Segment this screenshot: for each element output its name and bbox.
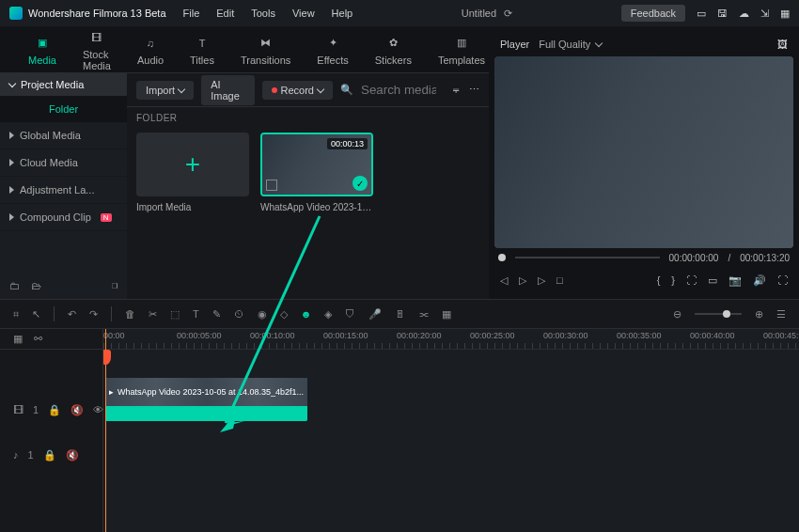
timeline-ruler[interactable]: 00:0000:00:05:0000:00:10:0000:00:15:0000… [103,329,799,350]
menu-tools[interactable]: Tools [251,8,275,19]
new-folder-icon[interactable]: 🗀 [9,280,20,291]
import-media-tile[interactable]: + Import Media [136,133,249,212]
undo-icon[interactable]: ↶ [68,308,76,321]
audio-track-header[interactable]: ♪ 1 🔒 🔇 [0,432,102,477]
menu-file[interactable]: File [183,8,200,19]
mute-icon[interactable]: 🔇 [70,404,84,416]
tab-transitions[interactable]: ⧓ Transitions [241,34,290,66]
lock-icon[interactable]: 🔒 [48,404,61,416]
text-icon[interactable]: T [193,308,199,320]
layout-icon[interactable]: ▭ [697,8,706,20]
video-track-header[interactable]: 🎞 1 🔒 🔇 👁 [0,387,102,432]
fullscreen-icon[interactable]: ⛶ [777,274,788,286]
sidebar-project-media[interactable]: Project Media [0,73,127,96]
visibility-icon[interactable]: 👁 [93,404,103,415]
playhead-dot[interactable] [498,254,506,261]
sidebar-adjust-label: Adjustment La... [20,184,95,196]
new-bin-icon[interactable]: 🗁 [31,280,41,291]
menu-help[interactable]: Help [332,8,353,19]
color-icon[interactable]: ◉ [258,308,267,321]
tab-stock-media[interactable]: 🎞 Stock Media [83,28,111,71]
pointer-icon[interactable]: ↖ [32,308,40,321]
more-icon[interactable]: ⋯ [469,84,479,96]
display-icon[interactable]: ▭ [708,274,717,287]
time-total: 00:00:13:20 [740,253,790,263]
cloud-icon[interactable]: ☁ [739,8,749,20]
stop-button[interactable]: □ [556,274,563,286]
chevron-down-icon [178,85,185,92]
chevron-down-icon [8,80,16,87]
ai-icon[interactable]: ☻ [301,308,312,320]
tab-media[interactable]: ▣ Media [28,34,56,66]
zoom-in-button[interactable]: ⊕ [755,308,763,321]
zoom-slider[interactable] [695,313,742,315]
crop-tool-icon[interactable]: ⬚ [170,308,180,321]
prev-frame-button[interactable]: ◁ [500,274,508,287]
audio-mute-icon[interactable]: 🔇 [66,449,79,462]
mark-icon[interactable]: ◈ [324,308,332,321]
scrub-bar[interactable] [515,257,660,258]
media-clip[interactable]: 00:00:13 ✓ WhatsApp Video 2023-10-05... [260,133,373,212]
speed-icon[interactable]: ⏲ [234,308,244,320]
delete-icon[interactable]: 🗑 [125,308,135,320]
cut-icon[interactable]: ✂ [149,308,157,321]
grid-icon[interactable]: ▦ [780,8,790,20]
shield-icon[interactable]: ⛉ [345,308,355,320]
link-icon[interactable]: ⚯ [34,333,42,345]
tab-stickers[interactable]: ✿ Stickers [375,34,412,66]
sidebar-compound-clip[interactable]: Compound Clip N [0,204,127,231]
mixer-icon[interactable]: 🎚 [395,308,405,320]
volume-icon[interactable]: 🔊 [753,274,766,287]
sync-icon[interactable]: ⟳ [504,8,512,20]
export-icon[interactable]: ⇲ [760,8,769,20]
sidebar-project-media-label: Project Media [21,79,84,90]
snapshot-icon[interactable]: 🖼 [777,39,788,50]
search-icon[interactable]: 🔍 [340,84,353,96]
record-button[interactable]: Record [262,81,333,100]
camera-icon[interactable]: 📷 [728,274,742,287]
next-button[interactable]: ▷ [538,274,545,287]
folder-header: FOLDER [127,107,489,129]
crop-icon[interactable]: ⛶ [686,274,697,286]
redo-icon[interactable]: ↷ [89,308,98,321]
feedback-button[interactable]: Feedback [621,5,685,22]
quality-selector[interactable]: Full Quality [539,39,602,50]
render-icon[interactable]: ▦ [442,308,451,321]
menu-edit[interactable]: Edit [216,8,234,19]
menu-view[interactable]: View [292,8,315,19]
edit-icon[interactable]: ✎ [212,308,221,321]
list-view-icon[interactable]: ☰ [776,308,786,321]
sidebar-cloud-media[interactable]: Cloud Media [0,149,127,177]
sidebar-adjustment[interactable]: Adjustment La... [0,177,127,204]
tab-titles[interactable]: T Titles [190,34,214,66]
sidebar-folder[interactable]: Folder [0,96,127,122]
time-current: 00:00:00:00 [669,253,719,263]
tab-audio[interactable]: ♫ Audio [137,34,164,66]
app-title: Wondershare Filmora 13 Beta [28,8,166,19]
save-icon[interactable]: 🖫 [717,8,728,19]
search-input[interactable] [361,83,436,97]
group-icon[interactable]: ⫘ [418,308,429,320]
mark-out-button[interactable]: } [671,274,675,286]
filter-icon[interactable]: ⫧ [451,85,462,96]
playhead[interactable] [105,329,106,532]
mark-in-button[interactable]: { [657,274,661,286]
video-track-icon: 🎞 [13,404,24,415]
timeline-clip[interactable]: WhatsApp Video 2023-10-05 at 14.08.35_4b… [105,378,307,421]
ruler-mark: 00:00:25:00 [470,331,515,340]
match-icon[interactable]: ⌗ [13,308,19,321]
zoom-out-button[interactable]: ⊖ [673,308,682,321]
collapse-icon[interactable] [112,283,118,289]
ai-image-button[interactable]: AI Image [201,75,254,105]
play-button[interactable]: ▷ [519,274,526,287]
mic-icon[interactable]: 🎤 [368,308,382,321]
timeline-options-icon[interactable]: ▦ [13,333,23,345]
preview-viewport[interactable] [494,56,793,248]
time-separator: / [728,253,730,263]
import-button[interactable]: Import [136,81,194,100]
tab-templates[interactable]: ▥ Templates [438,34,485,66]
tab-effects[interactable]: ✦ Effects [317,34,348,66]
sidebar-global-media[interactable]: Global Media [0,122,127,149]
keyframe-icon[interactable]: ◇ [280,308,288,321]
audio-lock-icon[interactable]: 🔒 [43,449,56,462]
